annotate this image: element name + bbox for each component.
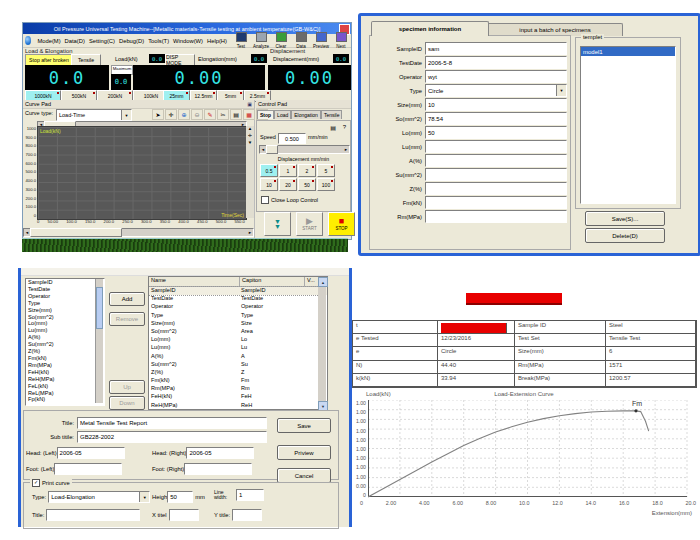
- scroll-thumb[interactable]: [96, 287, 103, 329]
- start-button[interactable]: ▶ START: [296, 212, 323, 236]
- scroll-up-icon[interactable]: ▲: [248, 126, 252, 131]
- control-pad-tab[interactable]: Stop: [257, 110, 274, 119]
- menu-item[interactable]: Mode(M): [35, 38, 62, 44]
- table-row[interactable]: Operator Operator: [149, 303, 327, 311]
- delete-button[interactable]: Delete(D): [585, 228, 665, 243]
- scroll-up-icon[interactable]: ▲: [318, 277, 328, 287]
- zoom-cross-icon[interactable]: ✛: [248, 133, 252, 138]
- scroll-right-icon[interactable]: ►: [247, 230, 253, 235]
- checkbox-checked-icon[interactable]: ✓: [32, 479, 40, 487]
- jog-down-button[interactable]: ▼▼: [264, 212, 291, 236]
- menu-item[interactable]: Help(H): [205, 38, 229, 44]
- stop-button[interactable]: ■ STOP: [328, 212, 355, 236]
- list-item[interactable]: Rm(MPa): [26, 362, 104, 369]
- toolbar-button[interactable]: Analyze: [251, 32, 271, 49]
- table-row[interactable]: FeH(kN) FeH: [149, 393, 327, 401]
- list-item[interactable]: TestDate: [26, 286, 104, 293]
- checkbox-icon[interactable]: [261, 196, 269, 204]
- field-input[interactable]: 2006-5-8: [425, 56, 567, 69]
- list-item[interactable]: Operator: [26, 293, 104, 300]
- list-item[interactable]: Z(%): [26, 348, 104, 355]
- list-item[interactable]: Type: [26, 300, 104, 307]
- close-loop-checkbox[interactable]: Close Loop Control: [261, 196, 318, 204]
- toolbar-button[interactable]: Preview: [311, 32, 331, 49]
- menu-item[interactable]: Setting(C): [87, 38, 117, 44]
- toolbar-button[interactable]: Test: [231, 32, 251, 49]
- speed-preset-button[interactable]: 20: [279, 178, 297, 191]
- field-input[interactable]: Circle: [425, 84, 567, 97]
- foot-right-input[interactable]: [184, 463, 252, 475]
- list-item[interactable]: Fm(kN): [26, 355, 104, 362]
- field-input[interactable]: 10: [425, 98, 567, 111]
- curve-plot-area[interactable]: Load(kN) Time(Sec): [37, 126, 247, 220]
- list-item[interactable]: Lo(mm): [26, 320, 104, 327]
- save-button[interactable]: Save: [277, 418, 331, 433]
- available-fields-listbox[interactable]: SampleIDTestDateOperatorTypeSize(mm)So(m…: [25, 278, 105, 406]
- head-left-input[interactable]: 2006-05: [57, 447, 125, 459]
- field-input[interactable]: [425, 210, 567, 223]
- title-input[interactable]: Metal Tensile Test Report: [77, 417, 267, 429]
- speed-preset-button[interactable]: 100: [317, 178, 335, 191]
- tab-specimen-information[interactable]: specimen information: [371, 21, 489, 36]
- table-row[interactable]: SampleID SampleID: [149, 287, 327, 295]
- speed-value-field[interactable]: 0.500: [278, 133, 306, 144]
- speed-preset-button[interactable]: 0.5: [260, 164, 278, 177]
- menu-item[interactable]: Window(W): [171, 38, 205, 44]
- field-input[interactable]: 50: [425, 126, 567, 139]
- list-item[interactable]: Size(mm): [26, 307, 104, 314]
- column-header-caption[interactable]: Capiton: [240, 277, 305, 286]
- list-item[interactable]: Lu(mm): [26, 327, 104, 334]
- chevron-down-icon[interactable]: ▼: [121, 110, 131, 120]
- list-item[interactable]: ReL(MPa): [26, 390, 104, 397]
- curve-type-dropdown[interactable]: Load-Elongation: [48, 491, 150, 503]
- y-title-input[interactable]: [232, 509, 262, 521]
- height-input[interactable]: 50: [167, 491, 193, 503]
- control-pad-tab[interactable]: Tensile: [321, 110, 343, 119]
- listbox-scrollbar[interactable]: [95, 279, 103, 403]
- menu-item[interactable]: Tools(T): [146, 38, 171, 44]
- list-item[interactable]: FeH(kN): [26, 369, 104, 376]
- curve-title-input[interactable]: [46, 509, 140, 521]
- control-pad-tab[interactable]: Load: [274, 110, 291, 119]
- grid-icon[interactable]: ▦: [243, 109, 255, 120]
- subtitle-input[interactable]: GB228-2002: [77, 431, 267, 443]
- speed-preset-button[interactable]: 5: [317, 164, 335, 177]
- control-pad-tab[interactable]: Elongation: [291, 110, 321, 119]
- x-title-input[interactable]: [169, 509, 199, 521]
- table-row[interactable]: Su(mm^2) Su: [149, 361, 327, 369]
- field-input[interactable]: [425, 182, 567, 195]
- toolbar-button[interactable]: Next: [331, 32, 351, 49]
- toolbar-button[interactable]: Clear: [271, 32, 291, 49]
- field-input[interactable]: wyt: [425, 70, 567, 83]
- up-button[interactable]: Up: [109, 380, 145, 394]
- field-input[interactable]: [425, 168, 567, 181]
- zoom-in-icon[interactable]: ⊕: [178, 109, 190, 120]
- scroll-down-icon[interactable]: ▼: [248, 140, 252, 145]
- table-row[interactable]: Size(mm) Size: [149, 320, 327, 328]
- slider-thumb[interactable]: [266, 145, 278, 154]
- table-row[interactable]: Fm(kN) Fm: [149, 377, 327, 385]
- foot-left-input[interactable]: [54, 463, 122, 475]
- field-input[interactable]: [425, 196, 567, 209]
- down-button[interactable]: Down: [109, 396, 145, 410]
- list-item[interactable]: Su(mm^2): [26, 341, 104, 348]
- add-button[interactable]: Add: [109, 292, 145, 306]
- table-row[interactable]: TestDate TestDate: [149, 295, 327, 303]
- slider-right-icon[interactable]: ►: [343, 147, 349, 152]
- table-row[interactable]: Z(%) Z: [149, 369, 327, 377]
- print-curve-checkbox[interactable]: ✓ Print curve: [30, 479, 72, 487]
- preview-button[interactable]: Priview: [277, 445, 331, 460]
- table-row[interactable]: Lo(mm) Lo: [149, 336, 327, 344]
- table-row[interactable]: Lu(mm) Lu: [149, 344, 327, 352]
- pan-icon[interactable]: ✛: [165, 109, 177, 120]
- list-item[interactable]: SampleID: [26, 279, 104, 286]
- list-item[interactable]: A(%): [26, 334, 104, 341]
- speed-preset-button[interactable]: 10: [260, 178, 278, 191]
- toolbar-button[interactable]: Data: [291, 32, 311, 49]
- save-button[interactable]: Save(S)...: [585, 211, 665, 226]
- plot-horizontal-scrollbar[interactable]: ◄ ►: [23, 228, 254, 237]
- list-item[interactable]: FeL(kN): [26, 383, 104, 390]
- field-input[interactable]: sam: [425, 42, 567, 55]
- cancel-button[interactable]: Cancel: [277, 468, 331, 483]
- speed-preset-button[interactable]: 2: [298, 164, 316, 177]
